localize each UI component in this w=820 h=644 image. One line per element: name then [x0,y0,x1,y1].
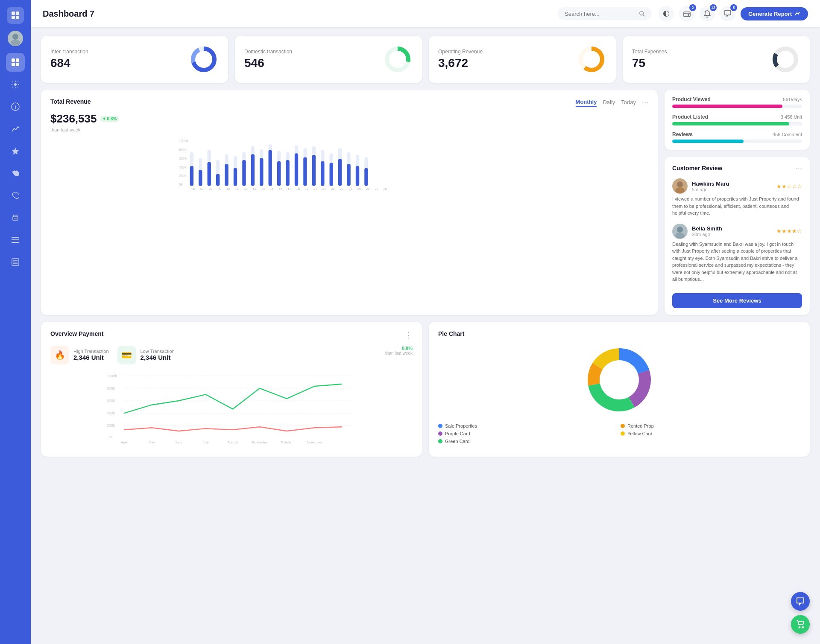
inter-label: Inter. transaction [50,49,88,55]
metric-label-1: Product Listed [672,114,708,120]
high-transaction-stat: 🔥 High Transaction 2,346 Unit [50,346,109,364]
svg-point-138 [802,627,804,628]
chat-button[interactable]: 5 [720,6,735,21]
chart-more-button[interactable]: ··· [642,98,648,107]
low-transaction-stat: 💳 Low Transaction 2,346 Unit [117,346,175,364]
svg-line-24 [643,15,645,17]
svg-text:October: October [281,440,293,444]
report-label: Generate Report [748,11,792,17]
search-input[interactable] [565,11,636,17]
metrics-card: Product Viewed 561/days Product Listed 3… [665,90,810,150]
sidebar-item-heart[interactable] [6,164,25,183]
review-time-1: 20m ago [692,232,722,237]
payment-pct-info: 0,8% than last week [385,346,413,364]
main-content: Dashboard 7 2 [31,0,820,644]
legend-label-4: Green Card [445,439,469,444]
svg-text:22: 22 [331,187,334,191]
low-transaction-icon: 💳 [117,346,136,364]
review-avatar-0 [672,178,688,194]
svg-rect-52 [234,168,237,186]
float-cart-button[interactable] [791,615,810,634]
right-panel: Product Viewed 561/days Product Listed 3… [665,90,810,315]
logo[interactable] [7,7,24,24]
sidebar-item-dashboard[interactable] [6,53,25,72]
svg-text:August: August [228,440,238,444]
review-text-1: Dealing with Syamsudin and Bakri was a j… [672,241,802,283]
svg-rect-62 [277,161,281,186]
sidebar-item-heart2[interactable] [6,186,25,205]
metric-bar-0 [672,105,802,108]
reviews-more-icon[interactable]: ··· [796,163,802,172]
stat-card-revenue: Operating Revenue 3,672 [429,36,616,83]
sidebar-item-settings[interactable] [6,75,25,94]
sidebar-item-print[interactable] [6,208,25,227]
pie-chart-svg [581,341,658,418]
legend-dot-3 [621,431,625,436]
generate-report-button[interactable]: Generate Report [741,7,808,20]
svg-text:May: May [149,440,155,444]
svg-point-107 [677,181,683,187]
sidebar-item-info[interactable]: i [6,97,25,116]
svg-rect-15 [13,217,18,220]
svg-text:1000k: 1000k [179,139,189,143]
high-value: 2,346 Unit [73,354,109,361]
sidebar-item-star[interactable] [6,142,25,160]
review-stars-1: ★★★★☆ [776,228,802,234]
legend-dot-2 [438,431,442,436]
tab-today[interactable]: Today [621,99,636,106]
search-icon [639,10,645,17]
float-chat-button[interactable] [791,592,810,611]
svg-text:11: 11 [235,187,239,191]
sidebar-item-menu[interactable] [6,230,25,249]
header: Dashboard 7 2 [31,0,820,27]
review-stars-0: ★★☆☆☆ [776,183,802,189]
svg-rect-56 [251,154,255,186]
svg-rect-72 [321,161,324,186]
wallet-button[interactable]: 2 [679,6,694,21]
domestic-value: 546 [244,56,292,70]
stat-cards-row: Inter. transaction 684 Domestic transact… [41,36,810,83]
svg-text:April: April [121,440,128,444]
search-box[interactable] [558,7,652,20]
darkmode-button[interactable] [659,6,674,21]
svg-text:13: 13 [252,187,256,191]
legend-dot-1 [621,424,625,428]
metric-value-0: 561/days [783,97,802,102]
svg-text:200k: 200k [107,423,115,428]
floating-buttons [791,592,810,634]
metric-value-2: 456 Comment [773,132,802,137]
svg-text:24: 24 [348,187,352,191]
svg-rect-74 [330,163,333,186]
sidebar-item-analytics[interactable] [6,119,25,138]
svg-text:16: 16 [279,187,282,191]
bell-button[interactable]: 12 [700,6,715,21]
user-avatar[interactable] [8,31,23,46]
metric-value-1: 3,456 Unit [781,114,802,119]
domestic-donut [383,44,413,74]
tab-daily[interactable]: Daily [603,99,615,106]
svg-text:20: 20 [313,187,317,191]
svg-text:June: June [175,440,182,444]
content-area: Inter. transaction 684 Domestic transact… [31,27,820,644]
legend-dot-0 [438,424,442,428]
sidebar-item-list[interactable] [6,253,25,271]
svg-text:400k: 400k [179,165,187,169]
svg-text:21: 21 [322,187,326,191]
svg-text:1000k: 1000k [107,373,117,378]
metric-product-listed: Product Listed 3,456 Unit [672,114,802,125]
low-value: 2,346 Unit [141,354,175,361]
svg-rect-66 [295,153,298,186]
revenue-label: Operating Revenue [438,49,483,55]
stat-card-domestic: Domestic transaction 546 [235,36,422,83]
payment-line-chart: 1000k 800k 600k 400k 200k 0k April May J… [50,370,413,446]
revenue-donut [577,44,606,74]
payment-more-icon[interactable]: ⋮ [405,330,413,340]
svg-point-136 [600,361,638,399]
svg-text:800k: 800k [179,148,187,152]
payment-title: Overview Payment [50,330,104,337]
see-more-reviews-button[interactable]: See More Reviews [672,293,802,308]
pie-chart-card: Pie Chart [429,322,810,457]
svg-marker-14 [12,148,19,154]
tab-monthly[interactable]: Monthly [576,99,597,107]
revenue-chart-title: Total Revenue [50,98,91,105]
